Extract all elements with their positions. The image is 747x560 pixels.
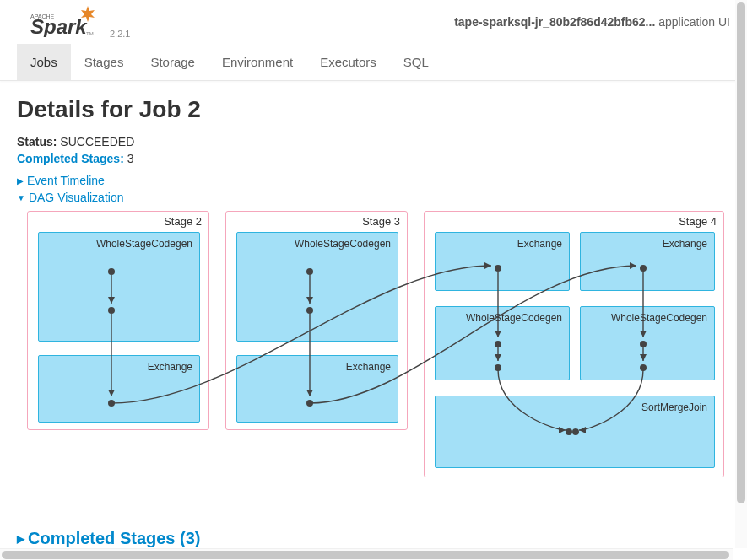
tab-sql[interactable]: SQL <box>390 44 442 80</box>
tab-environment[interactable]: Environment <box>208 44 306 80</box>
dag-viz-toggle[interactable]: ▼ DAG Visualization <box>17 191 730 204</box>
event-timeline-toggle[interactable]: ▶ Event Timeline <box>17 174 730 187</box>
completed-stages-section-toggle[interactable]: ▶ Completed Stages (3) <box>17 529 200 548</box>
node-exchange[interactable]: Exchange <box>236 355 398 423</box>
tab-stages[interactable]: Stages <box>71 44 138 80</box>
tab-jobs[interactable]: Jobs <box>17 44 71 80</box>
tab-executors[interactable]: Executors <box>306 44 390 80</box>
app-suffix: application UI <box>658 15 730 29</box>
completed-stages-section-label: Completed Stages (3) <box>28 529 200 548</box>
stage-label: Stage 2 <box>164 215 202 228</box>
status-line: Status: SUCCEEDED <box>17 135 730 148</box>
node-wholestagecodegen[interactable]: WholeStageCodegen <box>38 232 200 342</box>
stage-box-4[interactable]: Stage 4 Exchange Exchange WholeStageCode… <box>424 211 724 477</box>
event-timeline-label: Event Timeline <box>27 174 105 187</box>
node-wholestagecodegen[interactable]: WholeStageCodegen <box>435 306 570 380</box>
caret-right-icon: ▶ <box>17 533 24 545</box>
node-wholestagecodegen[interactable]: WholeStageCodegen <box>580 306 715 380</box>
page-title: Details for Job 2 <box>17 96 730 123</box>
completed-stages-count: 3 <box>127 152 134 165</box>
completed-stages-line: Completed Stages: 3 <box>17 152 730 165</box>
node-exchange[interactable]: Exchange <box>580 232 715 291</box>
status-label: Status: <box>17 135 57 148</box>
logo-area[interactable]: APACHE Spark TM 2.2.1 <box>30 5 130 39</box>
node-exchange[interactable]: Exchange <box>38 355 200 423</box>
dag-viz-label: DAG Visualization <box>29 191 124 204</box>
vertical-scrollbar[interactable] <box>735 0 747 548</box>
svg-text:Spark: Spark <box>30 15 88 37</box>
content: Details for Job 2 Status: SUCCEEDED Comp… <box>0 81 747 548</box>
node-exchange[interactable]: Exchange <box>435 232 570 291</box>
stage-box-3[interactable]: Stage 3 WholeStageCodegen Exchange <box>225 211 408 430</box>
spark-logo-icon: APACHE Spark TM <box>30 5 105 37</box>
navbar: APACHE Spark TM 2.2.1 tape-sparksql-jr_8… <box>0 0 747 44</box>
dag-visualization: Stage 2 WholeStageCodegen Exchange Stage… <box>17 211 726 489</box>
app-title: tape-sparksql-jr_80b2f86d42bfb62... appl… <box>454 15 730 29</box>
node-wholestagecodegen[interactable]: WholeStageCodegen <box>236 232 398 342</box>
completed-stages-link[interactable]: Completed Stages: <box>17 152 124 165</box>
node-sortmergejoin[interactable]: SortMergeJoin <box>435 396 715 468</box>
vertical-scrollbar-thumb[interactable] <box>737 2 745 503</box>
status-value: SUCCEEDED <box>60 135 134 148</box>
version-label: 2.2.1 <box>110 29 130 39</box>
stage-box-2[interactable]: Stage 2 WholeStageCodegen Exchange <box>27 211 209 430</box>
nav-tabs: Jobs Stages Storage Environment Executor… <box>0 44 747 81</box>
horizontal-scrollbar-thumb[interactable] <box>2 551 729 559</box>
stage-label: Stage 3 <box>362 215 400 228</box>
app-name: tape-sparksql-jr_80b2f86d42bfb62... <box>454 15 655 29</box>
stage-label: Stage 4 <box>679 215 717 228</box>
svg-text:TM: TM <box>86 31 94 36</box>
caret-right-icon: ▶ <box>17 176 24 186</box>
tab-storage[interactable]: Storage <box>137 44 208 80</box>
horizontal-scrollbar[interactable] <box>0 548 733 560</box>
caret-down-icon: ▼ <box>17 193 25 202</box>
